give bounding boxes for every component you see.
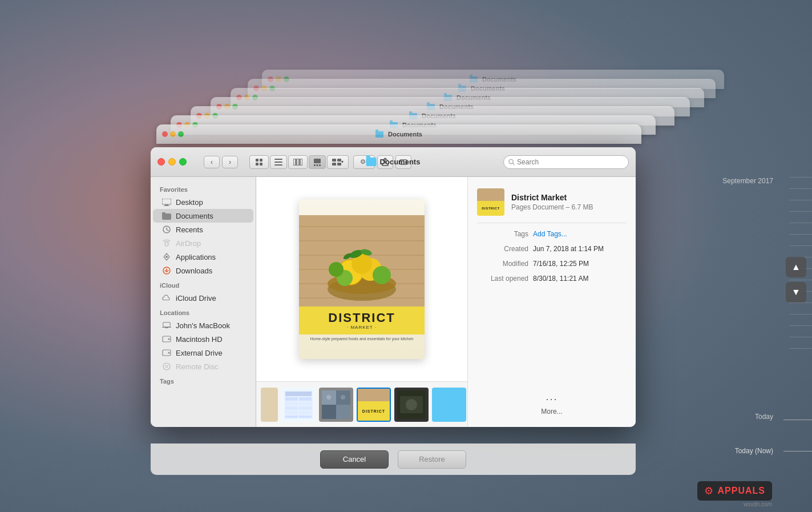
time-machine-arrow-up-button[interactable]: ▲ bbox=[786, 257, 806, 277]
sidebar-remote-disc-label: Remote Disc bbox=[176, 362, 218, 371]
more-button[interactable]: ··· More... bbox=[477, 384, 627, 416]
back-button[interactable]: ‹ bbox=[204, 156, 220, 168]
icloud-section-label: iCloud bbox=[151, 277, 256, 291]
sidebar-item-applications[interactable]: Applications bbox=[153, 250, 253, 264]
time-label-september: September 2017 bbox=[722, 177, 773, 185]
sidebar-item-desktop[interactable]: Desktop bbox=[153, 195, 253, 209]
watermark: ⚙ APPUALS bbox=[697, 481, 772, 501]
tick-sep-2017 bbox=[789, 177, 812, 178]
svg-rect-62 bbox=[299, 402, 312, 405]
search-icon bbox=[508, 159, 515, 166]
info-file-name: District Market bbox=[511, 193, 593, 202]
svg-rect-9 bbox=[300, 159, 302, 166]
sidebar-item-downloads[interactable]: Downloads bbox=[153, 264, 253, 277]
document-cover: DISTRICT · MARKET · Home-style prepared … bbox=[299, 199, 425, 359]
sidebar-applications-label: Applications bbox=[176, 253, 216, 261]
forward-button[interactable]: › bbox=[222, 156, 238, 168]
search-input[interactable] bbox=[517, 158, 624, 166]
column-view-button[interactable] bbox=[288, 155, 308, 169]
tick-9 bbox=[789, 280, 812, 280]
gallery-view-button[interactable] bbox=[309, 155, 326, 169]
tick-1 bbox=[789, 188, 812, 189]
svg-rect-25 bbox=[162, 212, 165, 215]
svg-rect-2 bbox=[256, 163, 258, 166]
tick-today bbox=[783, 420, 812, 420]
tags-label: Tags bbox=[477, 230, 528, 238]
list-view-icon bbox=[274, 159, 282, 166]
thumbnail-4[interactable]: DISTRICT bbox=[357, 388, 391, 422]
cancel-button[interactable]: Cancel bbox=[320, 450, 389, 469]
icon-view-icon bbox=[255, 158, 263, 166]
favorites-section-label: Favorites bbox=[151, 182, 256, 195]
svg-rect-22 bbox=[165, 204, 168, 205]
stacked-window-2: Documents bbox=[156, 124, 641, 144]
close-button[interactable] bbox=[157, 158, 165, 166]
time-machine-ticks bbox=[779, 0, 812, 512]
svg-point-77 bbox=[406, 399, 417, 410]
svg-rect-15 bbox=[337, 159, 341, 162]
info-file-header: DISTRICT District Market Pages Document … bbox=[477, 188, 627, 223]
svg-point-53 bbox=[329, 262, 344, 277]
thumbnail-5[interactable] bbox=[394, 388, 429, 422]
group-view-button[interactable]: ▾ bbox=[327, 155, 349, 169]
cover-title: DISTRICT bbox=[301, 311, 422, 325]
svg-rect-64 bbox=[299, 406, 312, 410]
list-view-button[interactable] bbox=[270, 155, 287, 169]
tick-2 bbox=[789, 200, 812, 200]
icon-view-button[interactable] bbox=[249, 155, 269, 169]
window-title-text: Documents bbox=[380, 158, 421, 166]
title-bar: ‹ › bbox=[151, 147, 636, 177]
recents-icon bbox=[162, 225, 171, 234]
search-bar[interactable] bbox=[503, 155, 629, 169]
harddrive-icon bbox=[162, 334, 171, 344]
close-dot bbox=[162, 131, 168, 137]
svg-point-27 bbox=[165, 243, 168, 246]
sidebar-item-icloud-drive[interactable]: iCloud Drive bbox=[153, 291, 253, 305]
svg-rect-58 bbox=[285, 392, 312, 396]
minimize-button[interactable] bbox=[168, 158, 176, 166]
info-panel: DISTRICT District Market Pages Document … bbox=[467, 177, 636, 427]
tick-5 bbox=[789, 234, 812, 235]
info-modified-row: Modified 7/16/18, 12:25 PM bbox=[477, 260, 627, 268]
tick-3 bbox=[789, 211, 812, 212]
downloads-icon bbox=[162, 266, 171, 275]
thumbnail-6[interactable] bbox=[432, 388, 466, 422]
sidebar-item-macintosh-hd[interactable]: Macintosh HD bbox=[153, 332, 253, 346]
thumbnail-1[interactable] bbox=[261, 388, 278, 422]
main-content: DISTRICT · MARKET · Home-style prepared … bbox=[256, 177, 636, 427]
svg-rect-61 bbox=[285, 402, 298, 405]
file-preview-large: DISTRICT · MARKET · Home-style prepared … bbox=[256, 177, 467, 381]
svg-point-37 bbox=[165, 365, 168, 368]
svg-rect-60 bbox=[299, 397, 312, 401]
time-machine-arrow-down-button[interactable]: ▼ bbox=[786, 282, 806, 303]
sidebar-item-johns-macbook[interactable]: John's MacBook bbox=[153, 319, 253, 332]
sidebar-airdrop-label: AirDrop bbox=[176, 239, 201, 248]
thumbnail-2[interactable] bbox=[281, 388, 316, 422]
info-last-opened-row: Last opened 8/30/18, 11:21 AM bbox=[477, 275, 627, 283]
arrow-down-icon: ▼ bbox=[791, 287, 801, 297]
desktop-icon bbox=[162, 197, 171, 207]
restore-button[interactable]: Restore bbox=[398, 450, 466, 469]
thumbnail-3[interactable] bbox=[319, 388, 353, 422]
tick-14 bbox=[789, 337, 812, 337]
sidebar-item-external-drive[interactable]: External Drive bbox=[153, 346, 253, 360]
sidebar: Favorites Desktop bbox=[151, 177, 256, 427]
tick-now bbox=[783, 451, 812, 451]
maximize-button[interactable] bbox=[179, 158, 187, 166]
svg-rect-12 bbox=[317, 164, 318, 166]
last-opened-value: 8/30/18, 11:21 AM bbox=[533, 275, 627, 283]
sidebar-item-recents[interactable]: Recents bbox=[153, 223, 253, 236]
max-dot bbox=[178, 131, 184, 137]
tags-value[interactable]: Add Tags... bbox=[533, 230, 627, 238]
sidebar-item-documents[interactable]: Documents bbox=[153, 209, 253, 223]
svg-rect-8 bbox=[297, 159, 299, 166]
cover-yellow-band: DISTRICT · MARKET · bbox=[299, 307, 425, 334]
svg-rect-72 bbox=[336, 405, 350, 419]
svg-rect-1 bbox=[260, 159, 262, 162]
sidebar-item-airdrop[interactable]: AirDrop bbox=[153, 236, 253, 250]
svg-rect-78 bbox=[436, 396, 462, 414]
time-label-today: Today bbox=[755, 413, 773, 421]
sidebar-desktop-label: Desktop bbox=[176, 198, 203, 207]
sidebar-icloud-label: iCloud Drive bbox=[176, 294, 216, 303]
sidebar-item-remote-disc[interactable]: Remote Disc bbox=[153, 360, 253, 373]
